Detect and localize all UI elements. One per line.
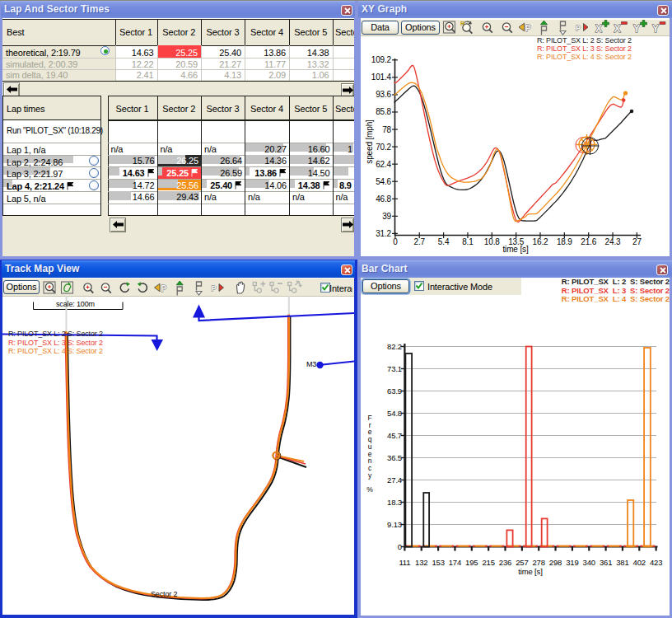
svg-text:R: R xyxy=(460,20,465,27)
svg-text:X: X xyxy=(595,23,602,35)
svg-text:X: X xyxy=(614,23,621,35)
svg-text:P: P xyxy=(161,284,167,293)
svg-text:P: P xyxy=(525,24,531,33)
svg-text:Y: Y xyxy=(633,23,640,35)
svg-text:P: P xyxy=(576,24,581,32)
svg-text:Y: Y xyxy=(652,23,659,35)
svg-text:P: P xyxy=(212,284,217,293)
